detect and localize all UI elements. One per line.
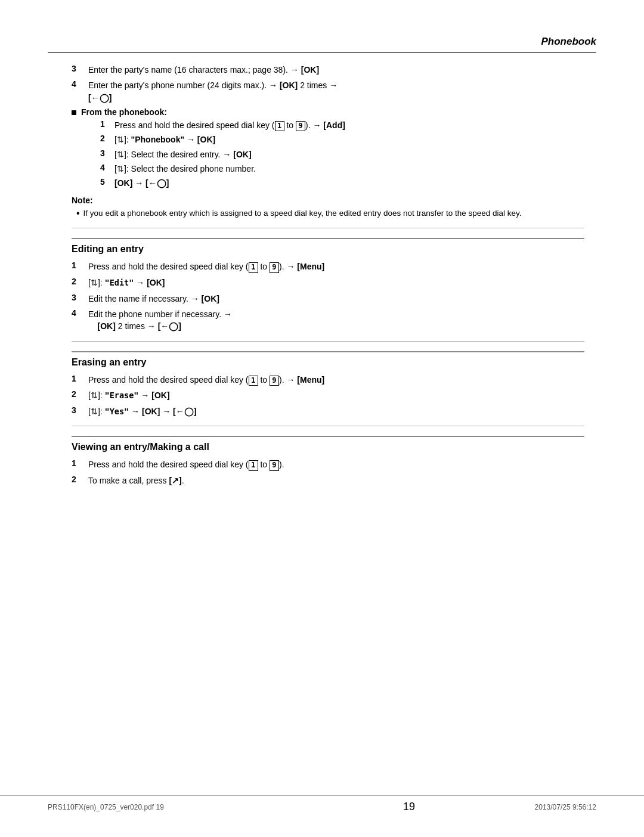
step-text: Press and hold the desired speed dial ke… (88, 458, 584, 471)
step-text: [⇅]: "Edit" → [OK] (88, 277, 584, 289)
edit-step-4: 4 Edit the phone number if necessary. → … (72, 308, 584, 333)
view-step-2: 2 To make a call, press [↗]. (72, 475, 584, 486)
footer-right: 2013/07/25 9:56:12 (535, 803, 596, 811)
from-phonebook-title: From the phonebook: (81, 107, 167, 117)
step-text: Press and hold the desired speed dial ke… (88, 261, 584, 273)
sub-step-number: 5 (100, 177, 114, 187)
viewing-section-title: Viewing an entry/Making a call (72, 436, 584, 452)
sub-step-2: 2 [⇅]: "Phonebook" → [OK] (100, 134, 584, 145)
step-number: 1 (72, 458, 88, 468)
step-text: Press and hold the desired speed dial ke… (88, 374, 584, 386)
top-step-4: 4 Enter the party's phone number (24 dig… (72, 79, 584, 104)
viewing-section: Viewing an entry/Making a call 1 Press a… (72, 436, 584, 486)
editing-section-title: Editing an entry (72, 238, 584, 255)
page-number: 19 (403, 801, 415, 813)
page: Phonebook 3 Enter the party's name (16 c… (0, 0, 644, 837)
key-1: 1 (249, 460, 258, 471)
step-number: 4 (72, 79, 88, 89)
note-section: Note: • If you edit a phonebook entry wh… (72, 196, 584, 220)
from-phonebook-steps: 1 Press and hold the desired speed dial … (72, 119, 584, 190)
content: 3 Enter the party's name (16 characters … (48, 64, 596, 486)
section-divider (72, 228, 584, 228)
page-title-area: Phonebook (48, 36, 596, 53)
sub-step-text: [⇅]: Select the desired entry. → [OK] (114, 148, 252, 160)
sub-step-text: [⇅]: "Phonebook" → [OK] (114, 134, 215, 145)
key-9: 9 (296, 121, 305, 132)
note-bullet-text: If you edit a phonebook entry which is a… (83, 207, 522, 219)
key-9: 9 (270, 262, 279, 273)
sub-step-text: [⇅]: Select the desired phone number. (114, 163, 256, 175)
erasing-section: Erasing an entry 1 Press and hold the de… (72, 351, 584, 418)
key-1: 1 (275, 121, 284, 132)
step-number: 4 (72, 308, 88, 318)
step-number: 2 (72, 277, 88, 286)
sub-step-number: 4 (100, 163, 114, 172)
page-title: Phonebook (541, 36, 596, 47)
edit-step-1: 1 Press and hold the desired speed dial … (72, 261, 584, 273)
sub-step-text: [OK] → [←◯] (114, 177, 169, 189)
step-number: 3 (72, 64, 88, 73)
sub-step-number: 1 (100, 119, 114, 129)
edit-step-2: 2 [⇅]: "Edit" → [OK] (72, 277, 584, 289)
edit-step-3: 3 Edit the name if necessary. → [OK] (72, 293, 584, 305)
bullet-icon (72, 110, 76, 115)
from-phonebook-label: From the phonebook: (72, 107, 584, 117)
sub-step-3: 3 [⇅]: Select the desired entry. → [OK] (100, 148, 584, 160)
erase-step-2: 2 [⇅]: "Erase" → [OK] (72, 389, 584, 402)
step-text: To make a call, press [↗]. (88, 475, 584, 486)
key-9: 9 (270, 460, 279, 471)
step-number: 2 (72, 389, 88, 399)
sub-step-1: 1 Press and hold the desired speed dial … (100, 119, 584, 132)
top-step-3: 3 Enter the party's name (16 characters … (72, 64, 584, 76)
erase-step-1: 1 Press and hold the desired speed dial … (72, 374, 584, 386)
note-label: Note: (72, 196, 584, 205)
footer: PRS110FX(en)_0725_ver020.pdf 19 19 2013/… (0, 795, 644, 813)
step-number: 2 (72, 475, 88, 484)
key-1: 1 (249, 376, 258, 386)
sub-step-5: 5 [OK] → [←◯] (100, 177, 584, 189)
sub-step-number: 3 (100, 148, 114, 158)
sub-step-text: Press and hold the desired speed dial ke… (114, 119, 345, 132)
step-number: 1 (72, 374, 88, 383)
step-text: Enter the party's name (16 characters ma… (88, 64, 584, 76)
erase-step-3: 3 [⇅]: "Yes" → [OK] → [←◯] (72, 405, 584, 418)
step-number: 3 (72, 405, 88, 415)
key-1: 1 (249, 262, 258, 273)
sub-step-4: 4 [⇅]: Select the desired phone number. (100, 163, 584, 175)
section-divider (72, 426, 584, 426)
step-text: Edit the phone number if necessary. → [O… (88, 308, 584, 333)
view-step-1: 1 Press and hold the desired speed dial … (72, 458, 584, 471)
editing-section: Editing an entry 1 Press and hold the de… (72, 238, 584, 332)
footer-left: PRS110FX(en)_0725_ver020.pdf 19 (48, 803, 164, 811)
step-text: Enter the party's phone number (24 digit… (88, 79, 584, 104)
step-text: [⇅]: "Erase" → [OK] (88, 389, 584, 402)
step-text: Edit the name if necessary. → [OK] (88, 293, 584, 305)
from-phonebook-section: From the phonebook: 1 Press and hold the… (72, 107, 584, 190)
note-bullet-icon: • (76, 207, 80, 220)
erasing-section-title: Erasing an entry (72, 351, 584, 368)
section-divider (72, 341, 584, 342)
note-bullet: • If you edit a phonebook entry which is… (76, 207, 584, 220)
step-number: 3 (72, 293, 88, 302)
step-text: [⇅]: "Yes" → [OK] → [←◯] (88, 405, 584, 418)
sub-step-number: 2 (100, 134, 114, 143)
key-9: 9 (270, 376, 279, 386)
step-number: 1 (72, 261, 88, 270)
